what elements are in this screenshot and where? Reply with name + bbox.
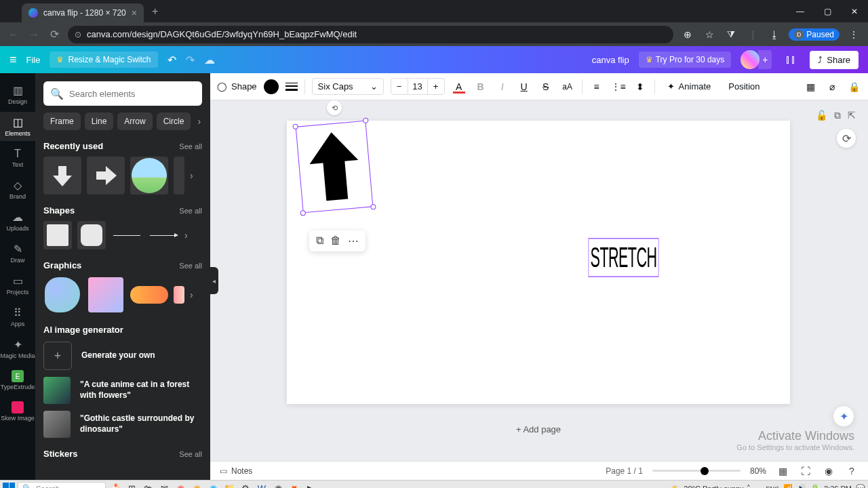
zoom-slider[interactable] [652, 470, 741, 472]
regenerate-button[interactable]: ⟳ [837, 129, 856, 148]
add-collaborator-button[interactable]: + [758, 50, 772, 69]
close-window-button[interactable]: ✕ [841, 0, 868, 22]
task-word-icon[interactable]: W [255, 482, 269, 489]
font-size-value[interactable]: 13 [408, 79, 428, 94]
graphic-item-4[interactable] [174, 286, 184, 304]
task-edge-icon[interactable]: ◉ [206, 482, 220, 489]
rail-typeextrude[interactable]: ETypeExtrude [0, 366, 35, 394]
tray-battery[interactable]: 🔋 [810, 484, 820, 488]
grid-view-button[interactable]: ▦ [776, 466, 789, 476]
recent-arrow-down[interactable] [43, 157, 81, 195]
rail-uploads[interactable]: ☁Uploads [0, 207, 35, 236]
rail-skew-image[interactable]: Skew Image [0, 397, 35, 426]
task-view-icon[interactable]: ⊞ [125, 482, 138, 489]
graphics-scroll-right[interactable]: › [190, 289, 193, 300]
alignment-button[interactable]: ≡ [589, 81, 604, 92]
fill-color-button[interactable] [264, 79, 279, 94]
chip-arrow[interactable]: Arrow [117, 113, 152, 130]
resize-magic-switch-button[interactable]: ♛ Resize & Magic Switch [50, 52, 157, 68]
canvas-viewport[interactable]: ◂ 🔓 ⧉ ⇱ ⟳ ⟲ STRETCH [210, 100, 868, 461]
shapes-see-all[interactable]: See all [179, 207, 202, 215]
transparency-button[interactable]: ▦ [803, 81, 818, 92]
chip-line[interactable]: Line [85, 113, 114, 130]
graphic-gradient-pill[interactable] [130, 276, 168, 314]
task-explorer-icon[interactable]: 📁 [222, 482, 236, 489]
reload-button[interactable]: ⟳ [47, 28, 61, 41]
magic-assist-fab[interactable]: ✦ [833, 405, 854, 427]
browser-tab[interactable]: canva flip - 868 × 488px × [22, 3, 144, 22]
back-button[interactable]: ← [7, 28, 20, 41]
font-family-select[interactable]: Six Caps⌄ [312, 78, 384, 95]
font-size-decrease[interactable]: − [391, 79, 408, 94]
font-size-increase[interactable]: + [428, 79, 444, 94]
chip-frame[interactable]: Frame [43, 113, 81, 130]
share-button[interactable]: ⤴ Share [810, 51, 859, 69]
search-field[interactable] [69, 89, 195, 99]
rail-draw[interactable]: ✎Draw [0, 239, 35, 268]
shape-arrow-line[interactable] [148, 221, 179, 249]
design-page[interactable]: STRETCH [287, 121, 790, 404]
url-input[interactable]: ⊙ canva.com/design/DAGKQt6uGdE/3wfdyqYn6… [68, 26, 673, 43]
start-button[interactable] [3, 483, 15, 489]
strikethrough-button[interactable]: S [538, 81, 553, 92]
zoom-value[interactable]: 80% [750, 466, 766, 476]
rail-projects[interactable]: ▭Projects [0, 270, 35, 300]
recently-see-all[interactable]: See all [179, 142, 202, 150]
resize-handle-tr[interactable] [363, 117, 369, 123]
task-store-icon[interactable]: 🛍 [141, 482, 155, 489]
graphics-see-all[interactable]: See all [179, 262, 202, 270]
ai-prompt-1[interactable]: "A cute anime cat in a forest with flowe… [43, 377, 202, 404]
task-media-icon[interactable]: ▶ [304, 482, 317, 489]
graphic-gradient-square[interactable] [87, 276, 125, 314]
rail-elements[interactable]: ◫Elements [0, 112, 35, 141]
taskbar-search[interactable]: 🔍Search [18, 482, 106, 489]
animate-button[interactable]: ✦Animate [662, 79, 717, 94]
shapes-scroll-right[interactable]: › [184, 230, 188, 241]
search-elements-input[interactable]: 🔍 [43, 81, 202, 106]
file-menu[interactable]: File [26, 55, 41, 65]
shape-rounded-square[interactable] [77, 221, 106, 249]
task-brave-icon[interactable]: ▼ [288, 482, 301, 489]
tray-notifications[interactable]: 💬 [856, 484, 865, 488]
maximize-button[interactable]: ▢ [814, 0, 841, 22]
rail-apps[interactable]: ⠿Apps [0, 302, 35, 331]
document-title[interactable]: canva flip [592, 55, 629, 65]
profile-chip[interactable]: D Paused [789, 28, 840, 41]
zoom-indicator-icon[interactable]: ⊕ [680, 29, 695, 40]
more-options-button[interactable]: ⋯ [348, 235, 359, 247]
tray-lang[interactable]: ENG [766, 485, 780, 489]
edit-shape-button[interactable]: ◯Shape [217, 81, 257, 92]
rotation-indicator[interactable]: ⟲ [327, 100, 342, 115]
try-pro-button[interactable]: ♛ Try Pro for 30 days [639, 52, 732, 68]
shape-square[interactable] [43, 221, 72, 249]
page-lock-icon[interactable]: 🔓 [816, 110, 827, 121]
present-button[interactable]: ◉ [822, 466, 835, 476]
delete-button[interactable]: 🗑 [330, 235, 341, 247]
tray-time[interactable]: 2:36 PM [824, 485, 852, 489]
weather-widget[interactable]: ⛅20°C Partly sunny [671, 484, 743, 488]
tab-close-icon[interactable]: × [132, 7, 137, 18]
text-color-button[interactable]: A [452, 81, 467, 92]
task-mail-icon[interactable]: ✉ [157, 482, 171, 489]
duplicate-page-icon[interactable]: ⧉ [834, 110, 841, 121]
spacing-button[interactable]: ⬍ [633, 81, 648, 92]
position-button[interactable]: Position [723, 79, 765, 94]
resize-handle-br[interactable] [370, 204, 376, 210]
task-settings-icon[interactable]: ⚙ [239, 482, 252, 489]
recent-arrow-right[interactable] [87, 157, 125, 195]
user-avatar[interactable] [741, 50, 760, 69]
redo-button[interactable]: ↷ [186, 54, 195, 66]
help-button[interactable]: ? [845, 466, 859, 476]
recent-item-4[interactable] [174, 157, 184, 195]
italic-button[interactable]: I [495, 81, 510, 92]
stretch-text-element[interactable]: STRETCH [589, 238, 659, 277]
tray-onedrive[interactable]: ☁ [755, 484, 762, 488]
site-info-icon[interactable]: ⊙ [75, 30, 81, 39]
shape-line[interactable] [111, 221, 142, 249]
task-cake-icon[interactable]: 🍰 [108, 482, 122, 489]
zoom-thumb[interactable] [701, 467, 709, 475]
rail-brand[interactable]: ◇Brand [0, 175, 35, 204]
resize-handle-bl[interactable] [300, 210, 306, 216]
forward-button[interactable]: → [27, 28, 41, 41]
collapse-panel-handle[interactable]: ◂ [210, 267, 218, 294]
